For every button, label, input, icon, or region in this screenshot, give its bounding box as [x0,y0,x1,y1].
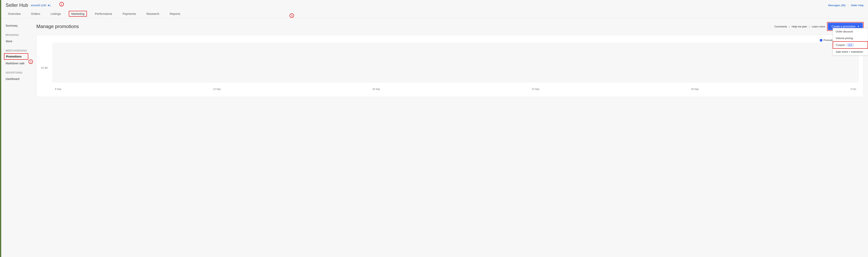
nav-orders[interactable]: Orders [29,11,43,18]
nav-performance[interactable]: Performance [93,11,115,18]
sidebar-item-store[interactable]: Store [6,38,36,45]
seller-help-link[interactable]: Seller Help [851,4,864,7]
messages-link[interactable]: Messages (36) [828,4,845,7]
user-link[interactable]: ezme20 ( 100 ★ ) [31,4,51,7]
header-separator: | [848,4,848,7]
nav-listings[interactable]: Listings [48,11,63,18]
chart-legend: Promotion sales: AU $0.00 i [41,39,859,42]
create-promotion-dropdown: Order discount Volume pricing Coupon NEW… [833,28,868,55]
main-header: Manage promotions Comments | Help me pla… [36,22,864,31]
header-right: Messages (36) | Seller Help [828,4,864,7]
x-tick: 13 Sep [213,88,221,90]
main-nav: Overview Orders Listings Marketing Perfo… [1,8,868,19]
link-sep-1: | [789,25,789,28]
sidebar-summary[interactable]: Summary [6,22,36,29]
user-score-close: ) [50,4,51,7]
user-score-open: ( [40,4,42,7]
annotation-3: 3 [289,13,294,18]
annotation-2: 2 [29,60,33,64]
sidebar-item-promotions[interactable]: Promotions [4,53,28,60]
page-title: Manage promotions [36,24,79,29]
main-content: Manage promotions Comments | Help me pla… [36,19,868,97]
sidebar-heading-advertising: ADVERTISING [6,67,36,75]
user-name: ezme20 [31,4,40,7]
x-tick: 18 Sep [372,88,380,90]
x-tick: 3 Oct [850,88,856,90]
sidebar: Summary BRANDING Store MERCHANDISING Pro… [1,19,36,97]
dropdown-sale-event[interactable]: Sale event + markdown [833,48,868,55]
star-icon: ★ [46,4,50,7]
link-sep-2: | [809,25,810,28]
annotation-1: 1 [59,2,64,6]
sidebar-item-dashboard[interactable]: Dashboard [6,75,36,82]
header-top: Seller Hub ezme20 ( 100 ★ ) 1 Messages (… [1,0,868,8]
chevron-down-icon [858,26,859,27]
nav-research[interactable]: Research [144,11,162,18]
nav-reports[interactable]: Reports [167,11,183,18]
dropdown-volume-pricing[interactable]: Volume pricing [833,35,868,41]
nav-marketing[interactable]: Marketing [69,11,87,16]
nav-overview[interactable]: Overview [6,11,23,18]
chart-plot-area [52,42,859,82]
learn-more-link[interactable]: Learn more [812,25,825,28]
chart-x-axis: 8 Sep 13 Sep 18 Sep 23 Sep 28 Sep 3 Oct [52,88,859,90]
chart-area: AU $0 8 Sep 13 Sep 18 Sep 23 Sep 28 Sep … [41,42,859,90]
x-tick: 23 Sep [532,88,539,90]
app-title: Seller Hub [6,2,28,8]
help-me-plan-link[interactable]: Help me plan [792,25,807,28]
new-badge: NEW [847,44,854,46]
comments-link[interactable]: Comments [774,25,787,28]
promotion-sales-card: Promotion sales: AU $0.00 i AU $0 8 Sep … [36,35,864,97]
sidebar-heading-merchandising: MERCHANDISING [6,45,36,53]
dropdown-coupon-label: Coupon [836,43,845,46]
x-tick: 28 Sep [691,88,699,90]
x-tick: 8 Sep [55,88,61,90]
user-score: 100 [42,4,46,7]
sidebar-heading-branding: BRANDING [6,29,36,38]
dropdown-coupon[interactable]: Coupon NEW [833,41,868,49]
dropdown-order-discount[interactable]: Order discount [833,28,868,35]
legend-color-square [820,39,822,41]
nav-payments[interactable]: Payments [120,11,138,18]
chart-y-tick: AU $0 [41,67,48,69]
create-promotion-label: Create a promotion [832,25,856,28]
